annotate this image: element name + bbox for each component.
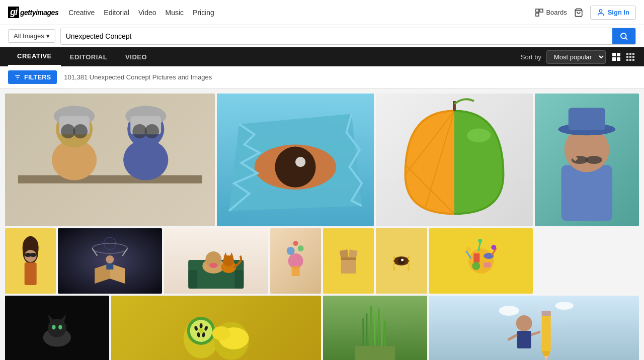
image-item-9[interactable]	[323, 228, 374, 294]
filters-button[interactable]: FILTERS	[8, 70, 57, 84]
svg-rect-113	[370, 306, 372, 346]
svg-line-6	[625, 38, 627, 39]
grid-view-button[interactable]	[611, 51, 622, 62]
image-placeholder-svg	[5, 94, 215, 226]
svg-rect-115	[366, 313, 367, 346]
image-item-7[interactable]	[164, 228, 268, 294]
svg-point-105	[198, 328, 203, 333]
svg-rect-0	[536, 9, 539, 12]
search-input[interactable]	[61, 29, 612, 43]
tab-video[interactable]: VIDEO	[116, 47, 156, 66]
svg-marker-72	[223, 252, 227, 257]
svg-rect-8	[617, 53, 620, 56]
mosaic-view-button[interactable]	[625, 51, 636, 62]
svg-point-100	[58, 325, 62, 329]
boards-button[interactable]: Boards	[535, 9, 567, 17]
book-universe-svg	[58, 228, 162, 294]
svg-rect-15	[629, 56, 631, 58]
image-item-2[interactable]	[217, 94, 374, 226]
svg-point-78	[293, 241, 298, 246]
svg-point-84	[468, 248, 494, 274]
all-images-dropdown[interactable]: All Images ▾	[8, 29, 55, 43]
svg-rect-19	[632, 59, 634, 61]
image-item-5[interactable]	[5, 228, 56, 294]
image-item-3[interactable]	[376, 94, 533, 226]
svg-rect-77	[291, 266, 299, 276]
nav-creative[interactable]: Creative	[68, 9, 95, 17]
svg-rect-119	[384, 321, 385, 346]
boards-icon	[535, 9, 543, 17]
svg-rect-128	[541, 311, 550, 316]
svg-rect-13	[632, 53, 634, 55]
svg-point-33	[73, 124, 88, 138]
tab-creative[interactable]: CREATIVE	[8, 47, 61, 66]
svg-rect-2	[536, 13, 539, 16]
svg-rect-1	[540, 9, 543, 12]
image-item-15[interactable]	[429, 296, 639, 360]
svg-rect-48	[569, 108, 605, 130]
eye-yellow-svg	[376, 228, 427, 294]
tab-editorial[interactable]: EDITORIAL	[61, 47, 116, 66]
image-item-14[interactable]	[323, 296, 427, 360]
category-tabs: CREATIVE EDITORIAL VIDEO	[8, 47, 156, 66]
boards-label: Boards	[546, 9, 567, 16]
eye-tear-svg	[217, 94, 374, 226]
svg-rect-14	[626, 56, 628, 58]
svg-point-69	[209, 263, 217, 268]
dropdown-arrow: ▾	[46, 32, 50, 40]
nav-music[interactable]: Music	[166, 9, 184, 17]
svg-point-50	[586, 156, 602, 164]
image-item-1[interactable]	[5, 94, 215, 226]
cart-icon	[574, 8, 583, 17]
image-item-11[interactable]	[429, 228, 533, 294]
image-item-12[interactable]	[5, 296, 109, 360]
objects-explosion-svg	[429, 228, 533, 294]
top-navigation: gi gettyimages Creative Editorial Video …	[0, 0, 644, 25]
svg-rect-125	[541, 311, 550, 351]
nav-editorial[interactable]: Editorial	[104, 9, 129, 17]
search-input-wrapper	[60, 28, 636, 45]
person-pencil-svg	[429, 296, 639, 360]
svg-point-59	[93, 243, 128, 253]
search-button[interactable]	[612, 28, 635, 44]
cart-button[interactable]	[574, 8, 583, 17]
svg-rect-17	[626, 59, 628, 61]
svg-point-83	[401, 259, 404, 261]
sign-in-button[interactable]: Sign In	[590, 6, 636, 20]
nav-video[interactable]: Video	[138, 9, 156, 17]
svg-point-32	[61, 124, 75, 138]
grass-svg	[323, 296, 427, 360]
svg-line-123	[508, 335, 517, 340]
svg-point-56	[30, 253, 37, 257]
svg-point-34	[132, 124, 146, 138]
svg-line-62	[123, 248, 128, 256]
filters-label: FILTERS	[24, 73, 51, 81]
svg-rect-18	[629, 59, 631, 61]
man-hat-svg	[535, 94, 639, 226]
filter-bar: FILTERS 101,381 Unexpected Concept Pictu…	[0, 66, 644, 88]
svg-rect-114	[374, 311, 375, 346]
category-bar: CREATIVE EDITORIAL VIDEO Sort by Most po…	[0, 47, 644, 66]
cat-silhouette-svg	[5, 296, 109, 356]
sort-label: Sort by	[521, 53, 541, 61]
getty-logo[interactable]: gi gettyimages	[8, 7, 58, 18]
image-item-13[interactable]	[111, 296, 321, 360]
svg-point-43	[467, 129, 491, 142]
sort-select[interactable]: Most popular Newest Oldest	[546, 50, 606, 64]
image-item-6[interactable]	[58, 228, 162, 294]
nav-pricing[interactable]: Pricing	[193, 9, 214, 17]
image-item-8[interactable]	[270, 228, 321, 294]
image-item-10[interactable]	[376, 228, 427, 294]
svg-point-108	[199, 323, 202, 328]
image-item-4[interactable]	[535, 94, 639, 226]
svg-point-112	[212, 326, 230, 340]
user-icon	[597, 9, 605, 17]
search-icon	[619, 32, 628, 41]
main-nav: Creative Editorial Video Music Pricing	[68, 9, 214, 17]
svg-rect-120	[355, 346, 395, 360]
svg-rect-88	[484, 262, 491, 267]
svg-point-91	[466, 247, 471, 252]
svg-marker-97	[48, 314, 55, 323]
svg-point-92	[491, 245, 496, 250]
lemons-svg	[111, 296, 321, 360]
